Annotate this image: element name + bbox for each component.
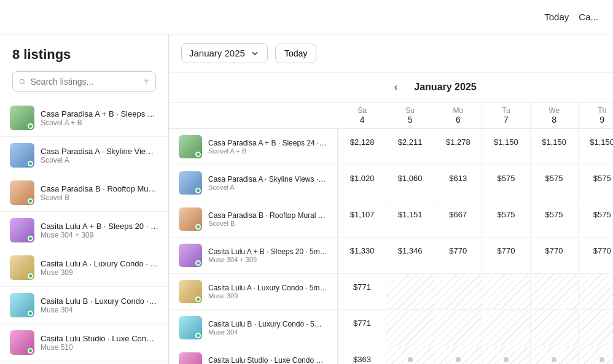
listing-sub: Scovel A xyxy=(41,156,158,165)
cal-cell[interactable]: $771 xyxy=(338,310,386,346)
listing-info: Casa Paradisa A · Skyline Views · 5... S… xyxy=(41,147,158,165)
cal-cell[interactable] xyxy=(482,310,529,346)
cal-cell[interactable]: $667 xyxy=(434,201,482,238)
cal-cell[interactable] xyxy=(386,274,434,310)
cal-cell[interactable] xyxy=(386,346,434,364)
row-label-name: Casa Paradisa A + B · Sleeps 24 · 5m... xyxy=(208,139,327,147)
listing-sub: Scovel A + B xyxy=(41,118,158,127)
cal-cell[interactable] xyxy=(578,310,613,346)
listing-item[interactable]: Casita Lulu B · Luxury Condo · 5min ... … xyxy=(0,287,168,324)
cal-cell[interactable]: $1,278 xyxy=(434,129,482,165)
day-header-cell: Mo 6 xyxy=(434,103,482,129)
cal-cell[interactable]: $1,150 xyxy=(482,129,529,165)
row-label-thumb xyxy=(179,244,202,267)
listing-info: Casita Lulu Studio · Luxe Condo w/ ... M… xyxy=(41,334,158,352)
row-label-thumb xyxy=(179,135,202,158)
row-label-sub: Scovel B xyxy=(208,220,327,227)
row-label-info: Casa Paradisa B · Rooftop Mural · 5... S… xyxy=(208,211,327,227)
row-label-cell[interactable]: Casita Lulu A · Luxury Condo · 5min... M… xyxy=(169,274,338,310)
month-selector[interactable]: January 2025 xyxy=(181,43,268,63)
day-date: 4 xyxy=(341,115,383,125)
listing-list: Casa Paradisa A + B · Sleeps 24 · 5m... … xyxy=(0,99,168,364)
cal-cell[interactable]: $2,128 xyxy=(338,129,386,165)
cal-cell[interactable]: $770 xyxy=(530,238,578,274)
cal-cell[interactable] xyxy=(386,310,434,346)
cal-cell[interactable]: $613 xyxy=(434,165,482,201)
cal-cell[interactable]: $2,211 xyxy=(386,129,434,165)
cal-cell[interactable]: $1,060 xyxy=(386,165,434,201)
listing-info: Casa Paradisa A + B · Sleeps 24 · 5m... … xyxy=(41,109,158,127)
listing-item[interactable]: Casita Lulu Studio · Luxe Condo w/ ... M… xyxy=(0,324,168,362)
cal-cell[interactable]: $1,330 xyxy=(338,238,386,274)
cal-cell[interactable]: $575 xyxy=(482,165,529,201)
cal-cell[interactable]: $575 xyxy=(482,201,529,238)
cal-cell[interactable]: $363 xyxy=(338,346,386,364)
day-date: 8 xyxy=(533,115,576,125)
cal-cell[interactable]: $1,346 xyxy=(386,238,434,274)
cal-cell[interactable] xyxy=(530,274,578,310)
day-dow: Tu xyxy=(485,106,527,115)
cal-cell[interactable] xyxy=(434,274,482,310)
row-label-cell[interactable]: Casita Lulu A + B · Sleeps 20 · 5min t..… xyxy=(169,238,338,274)
listing-item[interactable]: Sunny Modern Oasis · Pool/Hot Tub... 120… xyxy=(0,362,168,364)
search-input[interactable] xyxy=(31,77,138,87)
listing-thumb xyxy=(10,143,34,168)
cal-toolbar: January 2025 Today xyxy=(169,34,613,72)
cell-dot xyxy=(504,357,509,362)
listing-name: Casita Lulu A + B · Sleeps 20 · 5min t..… xyxy=(41,222,158,231)
row-label-thumb xyxy=(179,316,202,339)
day-header-cell: Sa 4 xyxy=(338,103,386,129)
listing-name: Casa Paradisa B · Rooftop Mural · 5... xyxy=(41,184,158,193)
day-dow: Th xyxy=(581,106,613,115)
cal-cell[interactable] xyxy=(530,310,578,346)
listing-item[interactable]: Casita Lulu A + B · Sleeps 20 · 5min t..… xyxy=(0,212,168,249)
day-header-cell: We 8 xyxy=(530,103,578,129)
cal-cell[interactable] xyxy=(434,346,482,364)
listing-item[interactable]: Casita Lulu A · Luxury Condo · 5min... M… xyxy=(0,249,168,287)
cal-cell[interactable] xyxy=(578,274,613,310)
month-title: January 2025 xyxy=(414,82,476,93)
prev-month-arrow[interactable]: ‹ xyxy=(387,79,404,96)
cal-cell[interactable]: $1,150 xyxy=(578,129,613,165)
cal-cell[interactable]: $575 xyxy=(530,165,578,201)
listing-item[interactable]: Casa Paradisa A · Skyline Views · 5... S… xyxy=(0,137,168,174)
day-dow: Su xyxy=(389,106,431,115)
cal-cell[interactable] xyxy=(434,310,482,346)
cal-cell[interactable]: $575 xyxy=(530,201,578,238)
row-label-cell[interactable]: Casa Paradisa A · Skyline Views · 5... S… xyxy=(169,165,338,201)
cal-cell[interactable]: $770 xyxy=(434,238,482,274)
cal-cell[interactable]: $770 xyxy=(578,238,613,274)
listing-item[interactable]: Casa Paradisa A + B · Sleeps 24 · 5m... … xyxy=(0,99,168,137)
calendar-nav-btn[interactable]: Ca... xyxy=(579,12,598,22)
today-button[interactable]: Today xyxy=(275,44,316,63)
cal-cell[interactable]: $1,107 xyxy=(338,201,386,238)
cal-cell[interactable] xyxy=(482,274,529,310)
row-label-cell[interactable]: Casa Paradisa B · Rooftop Mural · 5... S… xyxy=(169,201,338,238)
cal-cell[interactable]: $770 xyxy=(482,238,529,274)
svg-line-1 xyxy=(23,83,25,84)
cal-cell[interactable]: $1,151 xyxy=(386,201,434,238)
cal-cell[interactable]: $1,150 xyxy=(530,129,578,165)
calendar-main: January 2025 Today ‹ January 2025 › Sa 4… xyxy=(169,34,613,364)
cal-cell[interactable]: $1,020 xyxy=(338,165,386,201)
search-icon xyxy=(19,77,26,87)
row-label-cell[interactable]: Casita Lulu B · Luxury Condo · 5min ... … xyxy=(169,310,338,346)
listing-name: Casita Lulu B · Luxury Condo · 5min ... xyxy=(41,296,158,306)
chevron-down-icon xyxy=(250,48,260,58)
cal-cell[interactable] xyxy=(482,346,529,364)
cal-cell[interactable] xyxy=(578,346,613,364)
filter-icon[interactable] xyxy=(143,77,150,87)
top-nav: Today Ca... xyxy=(0,0,613,34)
row-label-cell[interactable]: Casita Lulu Studio · Luxe Condo w/ ... M… xyxy=(169,346,338,364)
cal-cell[interactable]: $771 xyxy=(338,274,386,310)
listing-item[interactable]: Casa Paradisa B · Rooftop Mural · 5... S… xyxy=(0,174,168,212)
cal-cell[interactable]: $575 xyxy=(578,201,613,238)
row-label-name: Casita Lulu A · Luxury Condo · 5min... xyxy=(208,284,327,292)
cal-cell[interactable]: $575 xyxy=(578,165,613,201)
row-label-cell[interactable]: Casa Paradisa A + B · Sleeps 24 · 5m... … xyxy=(169,129,338,165)
cell-dot xyxy=(408,357,413,362)
search-bar xyxy=(12,71,156,92)
today-nav-btn[interactable]: Today xyxy=(544,12,569,22)
listing-name: Casita Lulu Studio · Luxe Condo w/ ... xyxy=(41,334,158,343)
cal-cell[interactable] xyxy=(530,346,578,364)
